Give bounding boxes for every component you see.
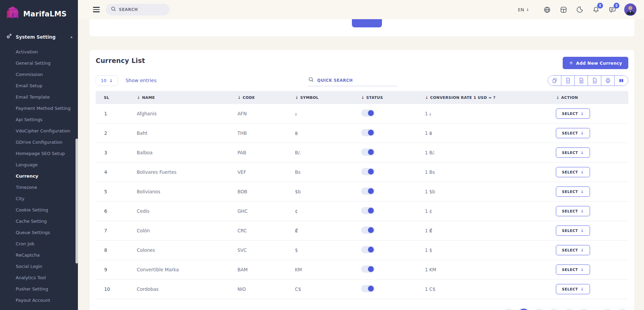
select-action-button[interactable]: SELECT↓ <box>556 245 590 255</box>
status-toggle[interactable] <box>361 266 375 273</box>
status-toggle[interactable] <box>361 129 375 136</box>
select-action-button[interactable]: SELECT↓ <box>556 225 590 236</box>
cell-name: Bolivianos <box>134 182 235 202</box>
sidebar-item-social-login[interactable]: Social Login <box>0 261 78 272</box>
sidebar-item-general-setting[interactable]: General Setting <box>0 57 78 69</box>
pagination-page-12[interactable]: 12 <box>602 309 613 310</box>
language-selector[interactable]: EN ↓ <box>518 7 529 12</box>
column-header-conversion-rate-1-usd[interactable]: ↓CONVERSION RATE 1 USD = ? <box>422 91 553 104</box>
sort-arrow-icon: ↓ <box>295 95 298 100</box>
select-action-button[interactable]: SELECT↓ <box>556 147 590 158</box>
sidebar-item-homepage-seo-setup[interactable]: Homepage SEO Setup <box>0 148 78 159</box>
sidebar-item-payment-method-setting[interactable]: Payment Method Setting <box>0 103 78 114</box>
cell-code: SVC <box>235 241 292 260</box>
pagination-next-button[interactable]: → <box>617 309 628 310</box>
select-action-button[interactable]: SELECT↓ <box>556 186 590 197</box>
entries-per-page-select[interactable]: 10 ↓ <box>96 75 118 86</box>
sidebar-item-recaptcha[interactable]: ReCaptcha <box>0 249 78 261</box>
select-action-button[interactable]: SELECT↓ <box>556 206 590 216</box>
status-toggle[interactable] <box>361 168 375 175</box>
cell-name: Cedis <box>134 202 235 221</box>
status-toggle[interactable] <box>361 227 375 234</box>
pagination-page-1[interactable]: 1 <box>518 309 530 310</box>
notifications-bell-icon[interactable]: 0 <box>591 5 601 14</box>
sidebar-item-activation[interactable]: Activation <box>0 46 78 57</box>
pagination-page-3[interactable]: 3 <box>548 309 560 310</box>
column-header-symbol[interactable]: ↓SYMBOL <box>292 91 358 104</box>
pagination-page-2[interactable]: 2 <box>533 309 545 310</box>
select-action-button[interactable]: SELECT↓ <box>556 264 590 275</box>
column-header-status[interactable]: ↓STATUS <box>358 91 422 104</box>
pdf-export-icon[interactable]: a <box>588 76 601 86</box>
sidebar-item-city[interactable]: City <box>0 193 78 204</box>
add-new-currency-button[interactable]: + Add New Currency <box>563 57 628 69</box>
cell-symbol: $ <box>292 241 358 260</box>
column-header-name[interactable]: ↓NAME <box>134 91 235 104</box>
page-title: Currency List <box>96 57 145 64</box>
sidebar-item-cache-setting[interactable]: Cache Setting <box>0 216 78 227</box>
sidebar-item-email-template[interactable]: Email Template <box>0 91 78 103</box>
status-toggle[interactable] <box>361 246 375 253</box>
excel-export-icon[interactable]: x <box>561 76 575 86</box>
sort-arrow-icon: ↓ <box>237 95 241 100</box>
sidebar-section-label: System Setting <box>16 34 56 40</box>
sidebar-item-email-setup[interactable]: Email Setup <box>0 80 78 91</box>
pagination-page-4[interactable]: 4 <box>563 309 575 310</box>
dark-mode-moon-icon[interactable] <box>575 5 584 14</box>
csv-export-icon[interactable] <box>575 76 588 86</box>
quick-search-input[interactable] <box>317 78 396 83</box>
sidebar-item-commission[interactable]: Commission <box>0 69 78 80</box>
sidebar-item-cron-job[interactable]: Cron Job <box>0 238 78 249</box>
status-toggle[interactable] <box>361 188 375 195</box>
column-header-action[interactable]: ↓ACTION <box>553 91 628 104</box>
copy-export-icon[interactable] <box>548 76 561 86</box>
sidebar-item-cookie-setting[interactable]: Cookie Setting <box>0 204 78 216</box>
globe-icon[interactable] <box>543 5 552 14</box>
select-action-button[interactable]: SELECT↓ <box>556 108 590 119</box>
table-row: 7ColónCRC₡1 ₡SELECT↓ <box>96 221 628 241</box>
sidebar-item-timezone[interactable]: Timezone <box>0 182 78 193</box>
messages-chat-icon[interactable]: 0 <box>608 5 617 14</box>
print-export-icon[interactable] <box>601 76 615 86</box>
pagination-ellipsis: ... <box>593 309 598 310</box>
sidebar-item-language[interactable]: Language <box>0 159 78 170</box>
status-toggle[interactable] <box>361 109 375 117</box>
sidebar-item-vdocipher-configuration[interactable]: VdoCipher Configuration <box>0 125 78 137</box>
column-header-code[interactable]: ↓CODE <box>235 91 292 104</box>
chevron-up-icon[interactable]: ▴ <box>70 35 72 39</box>
cell-status <box>358 182 422 202</box>
sidebar-item-pusher-setting[interactable]: Pusher Setting <box>0 283 78 295</box>
table-row: 4Bolivares FuertesVEFBs1 BsSELECT↓ <box>96 163 628 182</box>
sidebar-item-payout-account[interactable]: Payout Account <box>0 295 78 306</box>
pagination-page-5[interactable]: 5 <box>578 309 590 310</box>
status-toggle[interactable] <box>361 285 375 292</box>
select-action-button[interactable]: SELECT↓ <box>556 167 590 177</box>
columns-export-icon[interactable] <box>615 76 628 86</box>
menu-toggle-button[interactable] <box>92 5 101 14</box>
user-avatar[interactable] <box>624 3 636 16</box>
cell-code: BOB <box>235 182 292 202</box>
pagination-prev-button[interactable]: ← <box>503 309 515 310</box>
status-toggle[interactable] <box>361 148 375 156</box>
sidebar-item-currency[interactable]: Currency <box>0 170 78 182</box>
select-action-button[interactable]: SELECT↓ <box>556 284 590 294</box>
sidebar-item-queue-settings[interactable]: Queue Settings <box>0 227 78 238</box>
sidebar-item-analytics-tool[interactable]: Analytics Tool <box>0 272 78 283</box>
sidebar-section-system-setting[interactable]: System Setting ▴ <box>0 29 78 44</box>
sidebar-item-gdrive-configuration[interactable]: GDrive Configuration <box>0 137 78 148</box>
language-label: EN <box>518 7 524 12</box>
quick-search[interactable] <box>307 75 397 86</box>
search-input[interactable] <box>119 7 165 12</box>
cell-action: SELECT↓ <box>553 124 628 143</box>
sidebar-scrollbar[interactable] <box>76 139 78 263</box>
sort-arrow-icon: ↓ <box>137 95 140 100</box>
plus-icon: + <box>569 60 573 66</box>
status-toggle[interactable] <box>361 207 375 214</box>
sidebar-item-api-settings[interactable]: Api Settings <box>0 114 78 125</box>
topbar-search[interactable] <box>106 4 169 15</box>
select-action-button[interactable]: SELECT↓ <box>556 128 590 138</box>
cell-conversion-rate: 1 ¢ <box>422 202 553 221</box>
partial-submit-button[interactable] <box>352 19 382 27</box>
cell-code: VEF <box>235 163 292 182</box>
layout-icon[interactable] <box>559 5 568 14</box>
